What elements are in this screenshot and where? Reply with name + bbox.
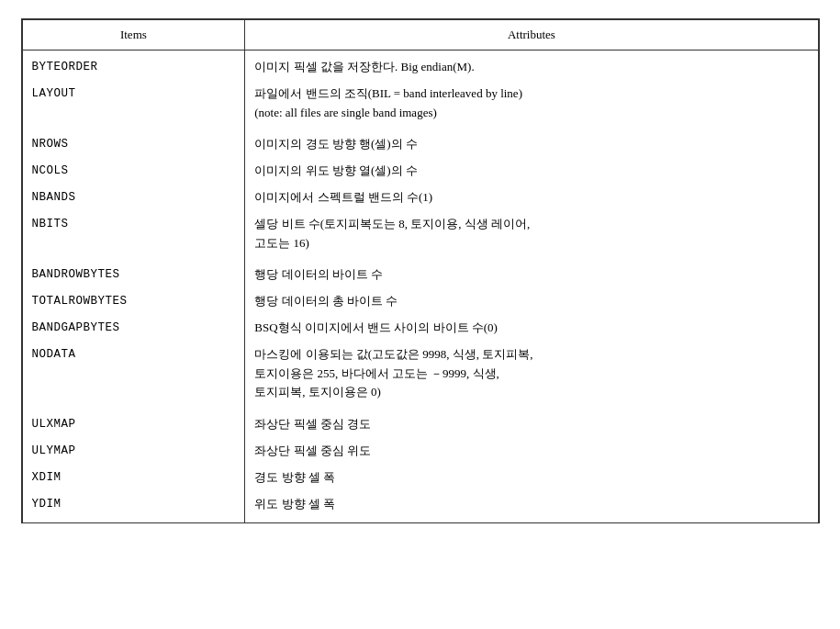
table-row-item: BANDROWBYTES [22,262,245,288]
table-row-attribute: 이미지의 경도 방향 행(셀)의 수 [245,131,818,158]
table-row-item: NBITS [22,211,245,257]
table-row-attribute: 셀당 비트 수(토지피복도는 8, 토지이용, 식생 레이어,고도는 16) [245,211,818,257]
table-row-attribute: 행당 데이터의 바이트 수 [245,262,818,288]
table-row-item: NODATA [22,342,245,406]
table-row-attribute: 행당 데이터의 총 바이트 수 [245,288,818,315]
table-row-item: NROWS [22,131,245,158]
table-row-item: ULYMAP [22,438,245,465]
table-row-attribute: 위도 방향 셀 폭 [245,491,818,523]
data-table: Items Attributes BYTEORDER이미지 픽셀 값을 저장한다… [22,19,819,522]
table-row-attribute: 마스킹에 이용되는 값(고도값은 9998, 식생, 토지피복,토지이용은 25… [245,342,818,406]
table-row-attribute: 이미지에서 스펙트럴 밴드의 수(1) [245,185,818,211]
table-row-item: NBANDS [22,185,245,211]
header-attributes: Attributes [245,20,818,51]
table-row-attribute: 파일에서 밴드의 조직(BIL = band interleaved by li… [245,81,818,127]
table-row-item: YDIM [22,491,245,523]
main-table-container: Items Attributes BYTEORDER이미지 픽셀 값을 저장한다… [21,18,820,523]
table-row-attribute: 좌상단 픽셀 중심 경도 [245,411,818,438]
table-row-attribute: 경도 방향 셀 폭 [245,465,818,491]
table-row-item: XDIM [22,465,245,491]
table-row-item: NCOLS [22,158,245,185]
table-row-item: BANDGAPBYTES [22,315,245,342]
table-row-attribute: 이미지 픽셀 값을 저장한다. Big endian(M). [245,51,818,81]
header-items: Items [22,20,245,51]
table-row-item: ULXMAP [22,411,245,438]
table-row-attribute: 이미지의 위도 방향 열(셀)의 수 [245,158,818,185]
table-row-attribute: 좌상단 픽셀 중심 위도 [245,438,818,465]
table-row-attribute: BSQ형식 이미지에서 밴드 사이의 바이트 수(0) [245,315,818,342]
table-row-item: BYTEORDER [22,51,245,81]
table-row-item: TOTALROWBYTES [22,288,245,315]
table-row-item: LAYOUT [22,81,245,127]
